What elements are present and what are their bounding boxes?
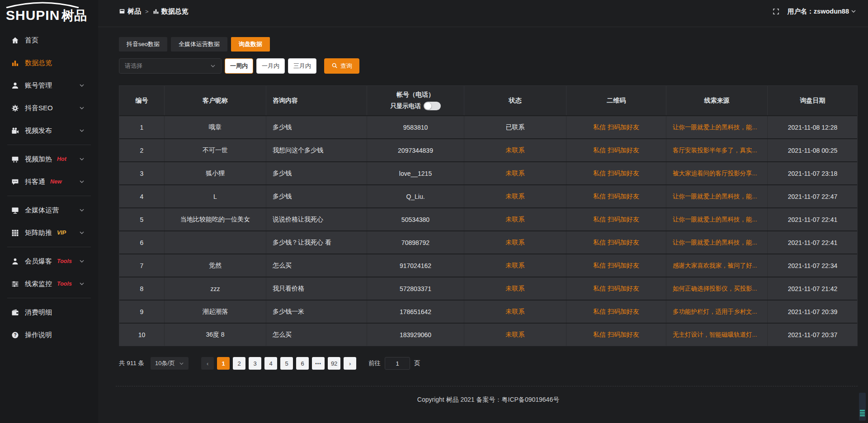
row-account: 50534380 bbox=[367, 208, 464, 230]
sidebar-item[interactable]: ? 操作说明 bbox=[0, 324, 98, 346]
logo: SHUPIN树品 bbox=[0, 0, 98, 25]
sidebar-item-label: 会员爆客 bbox=[25, 257, 52, 266]
page-number-button[interactable]: 2 bbox=[233, 357, 245, 370]
row-qrcode-link[interactable]: 私信 扫码加好友 bbox=[566, 185, 666, 207]
row-source-link[interactable]: 被大家追着问的客厅投影分享... bbox=[666, 162, 768, 184]
date-range-button[interactable]: 一月内 bbox=[256, 58, 285, 74]
page-number-button[interactable]: 1 bbox=[217, 357, 230, 370]
sidebar-item[interactable]: 消费明细 bbox=[0, 301, 98, 324]
sidebar-item-label: 数据总览 bbox=[25, 59, 52, 67]
row-status: 未联系 bbox=[464, 254, 566, 277]
scrollbar-thumb[interactable] bbox=[859, 393, 866, 421]
data-tab[interactable]: 抖音seo数据 bbox=[119, 37, 167, 52]
row-source-link[interactable]: 客厅安装投影半年多了，真实... bbox=[666, 139, 768, 161]
table-header: 编号 客户昵称 咨询内容 帐号（电话） 只显示电话 状态 二维码 线索来源 询盘… bbox=[119, 86, 857, 115]
sidebar-item-badge: Hot bbox=[57, 156, 66, 162]
row-qrcode-link[interactable]: 私信 扫码加好友 bbox=[566, 231, 666, 254]
row-id: 6 bbox=[119, 231, 165, 254]
date-range-button[interactable]: 一周内 bbox=[225, 58, 253, 74]
sidebar-item[interactable]: 首页 bbox=[0, 29, 98, 52]
sidebar-item[interactable]: 账号管理 bbox=[0, 74, 98, 97]
page-number-button[interactable]: ••• bbox=[312, 357, 325, 370]
sidebar-item-label: 操作说明 bbox=[25, 331, 52, 339]
prev-page-button[interactable]: ‹ bbox=[201, 357, 214, 370]
row-qrcode-link[interactable]: 私信 扫码加好友 bbox=[566, 254, 666, 277]
page-number-button[interactable]: 5 bbox=[280, 357, 293, 370]
row-qrcode-link[interactable]: 私信 扫码加好友 bbox=[566, 277, 666, 300]
fullscreen-icon[interactable] bbox=[773, 8, 779, 15]
page-size-select[interactable]: 10条/页 bbox=[151, 357, 189, 370]
grid-icon bbox=[11, 229, 19, 237]
row-date: 2021-11-07 22:41 bbox=[768, 231, 858, 254]
row-content: 怎么买 bbox=[266, 254, 367, 277]
page-number-button[interactable]: 3 bbox=[249, 357, 261, 370]
row-source-link[interactable]: 如何正确选择投影仪，买投影... bbox=[666, 277, 768, 300]
row-date: 2021-11-07 20:37 bbox=[768, 324, 858, 346]
table-row: 10 36度 8 怎么买 183929060 未联系 私信 扫码加好友 无主灯设… bbox=[119, 323, 857, 346]
sidebar-item-label: 视频发布 bbox=[25, 127, 52, 135]
sidebar-item[interactable]: 全媒体运营 bbox=[0, 199, 98, 221]
row-status: 未联系 bbox=[464, 231, 566, 254]
row-id: 8 bbox=[119, 277, 165, 300]
sidebar-item[interactable]: 线索监控 Tools bbox=[0, 273, 98, 295]
page-number-button[interactable]: 4 bbox=[264, 357, 277, 370]
row-source-link[interactable]: 让你一眼就爱上的黑科技，能... bbox=[666, 116, 768, 138]
sidebar-item-label: 全媒体运营 bbox=[25, 206, 59, 215]
video-icon bbox=[11, 127, 19, 135]
logo-text-en: SHUPIN bbox=[6, 8, 60, 23]
member-icon bbox=[11, 258, 19, 265]
sidebar-divider bbox=[7, 196, 91, 196]
row-content: 多少钱 bbox=[266, 116, 367, 138]
sidebar-item[interactable]: 会员爆客 Tools bbox=[0, 250, 98, 273]
row-source-link[interactable]: 让你一眼就爱上的黑科技，能... bbox=[666, 231, 768, 254]
row-account: love__1215 bbox=[367, 162, 464, 184]
toggle-knob bbox=[424, 102, 432, 110]
row-source-link[interactable]: 感谢大家喜欢我家，被问了好... bbox=[666, 254, 768, 277]
sidebar-item[interactable]: 抖客通 New bbox=[0, 170, 98, 193]
sidebar-item[interactable]: 视频加热 Hot bbox=[0, 148, 98, 170]
row-id: 5 bbox=[119, 208, 165, 230]
next-page-button[interactable]: › bbox=[344, 357, 356, 370]
row-id: 4 bbox=[119, 185, 165, 207]
username-value: zswodun88 bbox=[814, 8, 849, 15]
row-source-link[interactable]: 让你一眼就爱上的黑科技，能... bbox=[666, 185, 768, 207]
search-button[interactable]: 查询 bbox=[324, 58, 359, 74]
row-qrcode-link[interactable]: 私信 扫码加好友 bbox=[566, 162, 666, 184]
col-date: 询盘日期 bbox=[768, 86, 858, 115]
row-source-link[interactable]: 无主灯设计，智能磁吸轨道灯... bbox=[666, 324, 768, 346]
row-qrcode-link[interactable]: 私信 扫码加好友 bbox=[566, 301, 666, 323]
row-qrcode-link[interactable]: 私信 扫码加好友 bbox=[566, 116, 666, 138]
row-content: 多少钱 bbox=[266, 162, 367, 184]
row-date: 2021-11-08 12:28 bbox=[768, 116, 858, 138]
page-number-button[interactable]: 6 bbox=[296, 357, 309, 370]
phone-only-toggle[interactable] bbox=[424, 102, 441, 110]
breadcrumb-app[interactable]: 树品 bbox=[127, 7, 141, 16]
row-account: 572803371 bbox=[367, 277, 464, 300]
row-account: 183929060 bbox=[367, 324, 464, 346]
row-qrcode-link[interactable]: 私信 扫码加好友 bbox=[566, 324, 666, 346]
app-icon bbox=[119, 8, 125, 14]
row-source-link[interactable]: 多功能护栏灯，适用于乡村文... bbox=[666, 301, 768, 323]
goto-page-input[interactable] bbox=[385, 357, 410, 370]
filter-select[interactable]: 请选择 bbox=[119, 58, 222, 74]
user-menu[interactable]: 用户名： zswodun88 bbox=[788, 7, 856, 16]
data-tab[interactable]: 询盘数据 bbox=[231, 37, 270, 52]
phone-only-label: 只显示电话 bbox=[390, 102, 421, 110]
sidebar-item[interactable]: 抖音SEO bbox=[0, 97, 98, 119]
sidebar-item[interactable]: 数据总览 bbox=[0, 52, 98, 74]
sidebar-item-badge: New bbox=[50, 179, 62, 185]
page-number-button[interactable]: 92 bbox=[328, 357, 340, 370]
date-range-button[interactable]: 三月内 bbox=[288, 58, 316, 74]
sidebar-menu: 首页 数据总览 账号管理 抖音SEO bbox=[0, 25, 98, 346]
row-date: 2021-11-07 20:39 bbox=[768, 301, 858, 323]
sidebar-item[interactable]: 矩阵助推 VIP bbox=[0, 221, 98, 244]
row-qrcode-link[interactable]: 私信 扫码加好友 bbox=[566, 208, 666, 230]
row-status: 未联系 bbox=[464, 208, 566, 230]
data-tab[interactable]: 全媒体运营数据 bbox=[171, 37, 227, 52]
row-account: 178651642 bbox=[367, 301, 464, 323]
row-id: 3 bbox=[119, 162, 165, 184]
sidebar-divider bbox=[7, 145, 91, 145]
row-qrcode-link[interactable]: 私信 扫码加好友 bbox=[566, 139, 666, 161]
row-source-link[interactable]: 让你一眼就爱上的黑科技，能... bbox=[666, 208, 768, 230]
sidebar-item[interactable]: 视频发布 bbox=[0, 119, 98, 142]
